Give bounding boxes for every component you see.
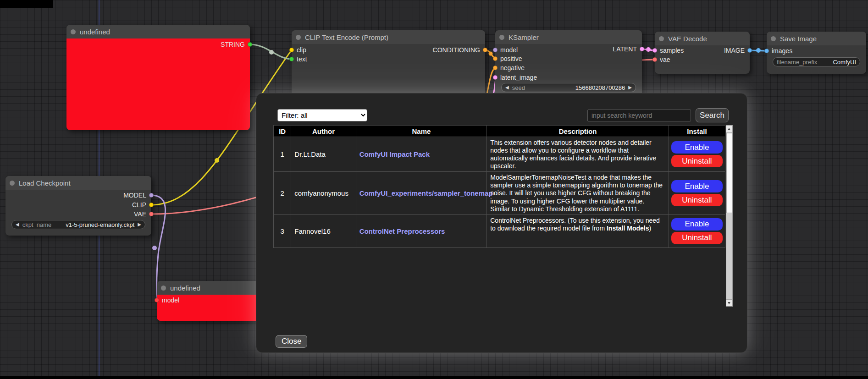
input-slot-latent-image[interactable]: latent_image — [493, 73, 537, 82]
filter-select[interactable]: Filter: all — [277, 109, 367, 121]
node-title-bar[interactable]: KSampler — [495, 30, 642, 44]
node-vae-decode[interactable]: VAE Decode samples vae IMAGE — [655, 32, 750, 74]
table-row: 2 comfyanonymous ComfyUI_experiments/sam… — [274, 172, 725, 214]
uninstall-button[interactable]: Uninstall — [671, 232, 723, 244]
output-slot-latent[interactable]: LATENT — [613, 44, 644, 54]
input-slot-samples[interactable]: samples — [652, 46, 684, 55]
node-collapse-dot-icon[interactable] — [161, 286, 166, 291]
output-slot-clip[interactable]: CLIP — [132, 200, 154, 209]
scroll-up-button[interactable] — [726, 126, 732, 132]
cell-install: Enable Uninstall — [669, 172, 725, 214]
node-load-checkpoint[interactable]: Load Checkpoint MODEL CLIP VAE ◀ ckpt_na… — [6, 176, 151, 236]
node-title-bar[interactable]: Save Image — [767, 32, 866, 45]
node-title-bar[interactable]: VAE Decode — [655, 32, 750, 45]
output-slot-image[interactable]: IMAGE — [724, 46, 752, 55]
node-title: Save Image — [780, 35, 817, 43]
input-slot-model[interactable]: model — [155, 296, 179, 305]
slot-label: STRING — [221, 41, 245, 48]
node-title: VAE Decode — [668, 35, 707, 43]
input-slot-text[interactable]: text — [289, 55, 307, 64]
input-slot-negative[interactable]: negative — [493, 63, 525, 72]
page-bottom-bar — [0, 376, 868, 379]
widget-label: filename_prefix — [777, 59, 817, 66]
node-collapse-dot-icon[interactable] — [499, 35, 504, 40]
page-corner — [0, 0, 53, 8]
widget-label: ckpt_name — [22, 221, 52, 228]
extension-table: ID Author Name Description Install 1 Dr.… — [273, 125, 725, 248]
ckpt-name-widget[interactable]: ◀ ckpt_name v1-5-pruned-emaonly.ckpt ▶ — [11, 220, 145, 229]
scrollbar-thumb[interactable] — [726, 133, 732, 213]
seed-increment-arrow-icon[interactable]: ▶ — [628, 85, 632, 90]
scrollbar[interactable] — [726, 125, 733, 307]
close-button[interactable]: Close — [276, 335, 307, 348]
extension-link[interactable]: ComfyUI Impact Pack — [359, 150, 430, 158]
output-slot-vae[interactable]: VAE — [134, 209, 154, 219]
uninstall-button[interactable]: Uninstall — [671, 194, 723, 206]
filename-prefix-widget[interactable]: filename_prefix ComfyUI — [773, 57, 860, 66]
extension-link[interactable]: ControlNet Preprocessors — [359, 227, 445, 235]
search-input[interactable] — [587, 110, 691, 121]
input-dot-text[interactable] — [289, 57, 294, 61]
output-slot-model[interactable]: MODEL — [123, 191, 154, 200]
cell-name: ControlNet Preprocessors — [356, 214, 487, 247]
output-dot-image[interactable] — [747, 48, 752, 53]
combo-next-arrow-icon[interactable]: ▶ — [138, 222, 141, 227]
input-slot-vae[interactable]: vae — [652, 55, 670, 64]
wire-positive-midpoint-dot — [489, 52, 493, 56]
output-dot-string[interactable] — [248, 42, 252, 47]
node-title-bar[interactable]: CLIP Text Encode (Prompt) — [292, 30, 485, 44]
node-title-bar[interactable]: undefined — [66, 25, 250, 38]
input-dot-positive[interactable] — [493, 56, 498, 61]
scroll-up-arrow-icon — [728, 128, 730, 130]
enable-button[interactable]: Enable — [671, 218, 723, 231]
input-slot-positive[interactable]: positive — [493, 54, 522, 63]
seed-decrement-arrow-icon[interactable]: ◀ — [505, 85, 509, 90]
scroll-down-button[interactable] — [726, 299, 732, 306]
cell-author: Dr.Lt.Data — [291, 137, 356, 172]
search-button[interactable]: Search — [696, 108, 729, 122]
uninstall-button[interactable]: Uninstall — [671, 155, 723, 167]
input-dot-clip[interactable] — [289, 48, 294, 52]
output-slot-conditioning[interactable]: CONDITIONING — [433, 45, 487, 55]
input-dot-model[interactable] — [493, 48, 498, 52]
extension-link[interactable]: ComfyUI_experiments/sampler_tonemap — [359, 189, 493, 197]
node-collapse-dot-icon[interactable] — [296, 35, 301, 40]
seed-widget[interactable]: ◀ seed 156680208700286 ▶ — [501, 83, 636, 92]
input-slot-clip[interactable]: clip — [289, 45, 306, 55]
enable-button[interactable]: Enable — [671, 180, 723, 192]
output-slot-string[interactable]: STRING — [221, 40, 252, 49]
header-id: ID — [274, 126, 291, 137]
output-dot-latent[interactable] — [640, 47, 644, 51]
input-dot-samples[interactable] — [652, 48, 657, 53]
output-dot-clip[interactable] — [149, 203, 154, 207]
header-install: Install — [669, 126, 725, 137]
enable-button[interactable]: Enable — [671, 141, 723, 154]
header-author: Author — [291, 126, 356, 137]
slot-label: text — [297, 55, 307, 63]
output-dot-model[interactable] — [149, 193, 154, 198]
custom-nodes-manager-dialog: Filter: all Search ID Author Name Descri… — [256, 93, 747, 353]
node-undefined-top[interactable]: undefined STRING — [66, 25, 250, 130]
header-description: Description — [487, 126, 669, 137]
node-collapse-dot-icon[interactable] — [71, 29, 76, 34]
node-collapse-dot-icon[interactable] — [771, 36, 776, 41]
node-collapse-dot-icon[interactable] — [10, 181, 15, 186]
combo-prev-arrow-icon[interactable]: ◀ — [16, 222, 19, 227]
input-dot-model[interactable] — [155, 298, 159, 302]
node-save-image[interactable]: Save Image images filename_prefix ComfyU… — [767, 32, 866, 74]
cell-author: Fannovel16 — [291, 214, 356, 247]
output-dot-conditioning[interactable] — [483, 48, 487, 52]
node-title-bar[interactable]: Load Checkpoint — [6, 176, 151, 190]
input-dot-images[interactable] — [764, 49, 769, 53]
node-undefined-bottom[interactable]: undefined model — [157, 281, 260, 321]
input-dot-vae[interactable] — [652, 57, 657, 62]
input-dot-negative[interactable] — [493, 66, 498, 70]
node-collapse-dot-icon[interactable] — [659, 36, 664, 41]
node-ksampler[interactable]: KSampler model positive negative latent_… — [495, 30, 642, 104]
input-dot-latent-image[interactable] — [493, 75, 498, 80]
node-title-bar[interactable]: undefined — [157, 281, 260, 295]
input-slot-images[interactable]: images — [764, 46, 792, 55]
input-slot-model[interactable]: model — [493, 45, 518, 55]
widget-value: 156680208700286 — [575, 84, 625, 91]
output-dot-vae[interactable] — [149, 212, 154, 216]
